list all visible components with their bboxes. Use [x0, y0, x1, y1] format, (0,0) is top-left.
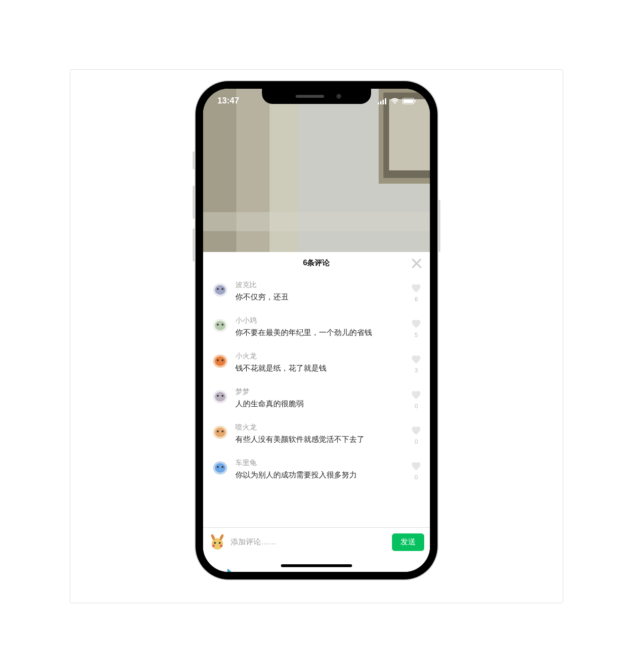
heart-icon	[411, 319, 421, 330]
comment-text: 你不仅穷，还丑	[235, 291, 404, 303]
svg-rect-13	[404, 99, 413, 103]
comment-item: 波克比你不仅穷，还丑6	[212, 276, 421, 311]
svg-point-20	[215, 321, 225, 330]
comment-username[interactable]: 喷火龙	[235, 423, 404, 432]
svg-point-29	[217, 395, 219, 397]
svg-point-36	[215, 463, 225, 473]
close-button[interactable]	[410, 257, 423, 270]
like-button[interactable]: 3	[411, 355, 421, 374]
comment-text: 人的生命真的很脆弱	[235, 398, 404, 410]
like-count: 6	[414, 296, 418, 303]
like-count: 0	[414, 438, 418, 445]
front-camera	[336, 94, 341, 99]
svg-rect-11	[385, 98, 386, 104]
comment-item: 小火龙钱不花就是纸，花了就是钱3	[212, 347, 421, 383]
avatar[interactable]	[212, 458, 229, 476]
panel-header: 6条评论	[203, 252, 430, 275]
comment-body: 小火龙钱不花就是纸，花了就是钱	[235, 352, 404, 374]
comment-list[interactable]: 波克比你不仅穷，还丑6小小鸡你不要在最美的年纪里，一个劲儿的省钱5小火龙钱不花就…	[203, 275, 430, 527]
comment-text: 钱不花就是纸，花了就是钱	[235, 363, 404, 374]
signal-icon	[378, 98, 387, 104]
volume-up-button	[193, 186, 195, 219]
comment-input-bar: 发送	[203, 527, 430, 557]
svg-point-34	[222, 430, 223, 432]
comment-input[interactable]	[231, 538, 387, 546]
svg-rect-9	[380, 101, 382, 104]
like-button[interactable]: 0	[411, 461, 421, 481]
avatar[interactable]	[212, 387, 229, 404]
comment-text: 有些人没有美颜软件就感觉活不下去了	[235, 434, 404, 445]
avatar[interactable]	[212, 280, 229, 298]
notch	[262, 89, 371, 104]
heart-icon	[411, 461, 421, 473]
like-button[interactable]: 5	[411, 319, 421, 338]
comment-username[interactable]: 小火龙	[235, 352, 404, 361]
comment-text: 你不要在最美的年纪里，一个劲儿的省钱	[235, 327, 404, 338]
svg-point-22	[222, 324, 223, 326]
avatar[interactable]	[212, 352, 229, 369]
outer-frame: 13:47 6条评论	[70, 69, 563, 603]
comment-item: 梦梦人的生命真的很脆弱0	[212, 383, 421, 418]
comment-item: 喷火龙有些人没有美颜软件就感觉活不下去了0	[212, 418, 421, 454]
comment-body: 喷火龙有些人没有美颜软件就感觉活不下去了	[235, 423, 404, 445]
svg-point-44	[219, 542, 221, 544]
volume-down-button	[193, 228, 195, 261]
svg-point-21	[217, 324, 219, 326]
comment-body: 小小鸡你不要在最美的年纪里，一个劲儿的省钱	[235, 316, 404, 338]
svg-point-38	[222, 466, 223, 468]
comment-body: 梦梦人的生命真的很脆弱	[235, 387, 404, 410]
cursor-icon	[227, 568, 236, 572]
panel-title: 6条评论	[303, 258, 330, 268]
avatar[interactable]	[212, 316, 229, 333]
comment-text: 你以为别人的成功需要投入很多努力	[235, 469, 404, 481]
phone-device: 13:47 6条评论	[195, 81, 438, 579]
svg-point-46	[220, 545, 223, 547]
svg-rect-6	[389, 99, 430, 170]
like-count: 3	[414, 367, 418, 374]
svg-point-16	[215, 285, 225, 295]
svg-point-33	[217, 430, 219, 432]
battery-icon	[402, 98, 416, 104]
svg-point-24	[215, 356, 225, 366]
svg-rect-10	[382, 100, 384, 104]
comments-panel: 6条评论 波克比你不仅穷，还丑6小小鸡你不要在最美的年纪里，一个劲儿的省钱5小火…	[203, 252, 430, 572]
status-right-icons	[378, 98, 416, 104]
like-button[interactable]: 0	[411, 390, 421, 410]
svg-point-37	[217, 466, 219, 468]
svg-point-32	[215, 428, 225, 437]
like-count: 0	[414, 402, 418, 410]
home-indicator[interactable]	[281, 564, 352, 567]
svg-point-43	[214, 542, 216, 544]
heart-icon	[411, 283, 421, 295]
comment-item: 小小鸡你不要在最美的年纪里，一个劲儿的省钱5	[212, 311, 421, 347]
like-button[interactable]: 6	[411, 283, 421, 303]
speaker-grille	[296, 95, 324, 98]
self-avatar	[209, 533, 226, 551]
comment-item: 车里龟你以为别人的成功需要投入很多努力0	[212, 454, 421, 489]
like-button[interactable]: 0	[411, 426, 421, 445]
send-button[interactable]: 发送	[392, 533, 424, 551]
like-count: 5	[414, 331, 418, 338]
comment-username[interactable]: 波克比	[235, 280, 404, 289]
close-icon	[410, 257, 423, 270]
svg-point-17	[217, 288, 219, 290]
svg-point-26	[222, 359, 223, 361]
heart-icon	[411, 355, 421, 366]
svg-rect-14	[415, 100, 416, 102]
svg-point-18	[222, 288, 223, 290]
svg-rect-8	[378, 103, 379, 104]
status-time: 13:47	[217, 96, 239, 106]
avatar[interactable]	[212, 423, 229, 440]
svg-point-25	[217, 359, 219, 361]
mute-switch	[193, 151, 195, 169]
comment-username[interactable]: 车里龟	[235, 458, 404, 467]
comment-body: 车里龟你以为别人的成功需要投入很多努力	[235, 458, 404, 481]
comment-username[interactable]: 梦梦	[235, 387, 404, 396]
heart-icon	[411, 390, 421, 401]
svg-point-28	[215, 392, 225, 401]
svg-point-30	[222, 395, 223, 397]
heart-icon	[411, 426, 421, 437]
comment-username[interactable]: 小小鸡	[235, 316, 404, 325]
power-button	[438, 200, 440, 252]
svg-point-45	[213, 545, 215, 547]
